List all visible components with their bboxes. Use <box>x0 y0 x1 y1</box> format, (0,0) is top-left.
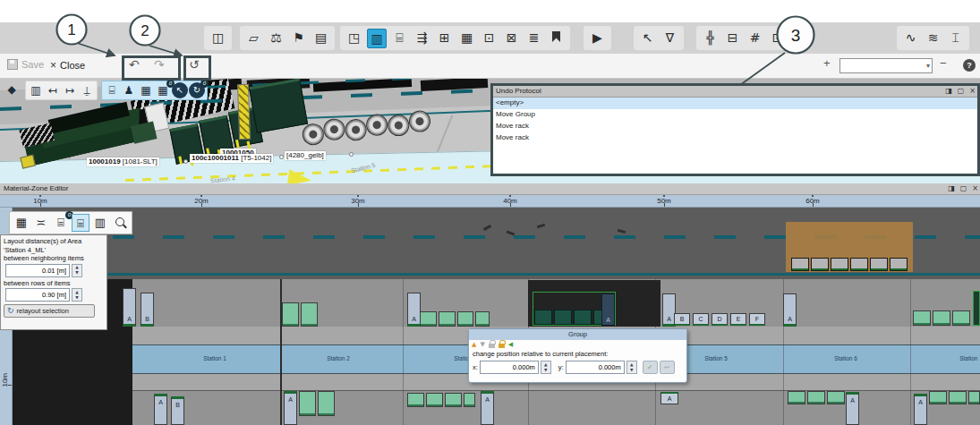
zone-letter-box[interactable]: F <box>749 313 765 326</box>
row-distance-input[interactable] <box>5 288 70 302</box>
rack-block[interactable] <box>475 311 490 327</box>
green-wall-3d[interactable] <box>249 79 308 133</box>
flag-rack-icon[interactable]: ⚑ <box>287 27 310 49</box>
material-zone-icon[interactable]: ▥ <box>367 29 387 48</box>
report-icon[interactable]: ▤ <box>310 27 332 49</box>
conveyor-right-icon[interactable]: ↦ <box>62 82 78 98</box>
rack-tool-icon[interactable]: ⌸ <box>104 82 120 98</box>
relayout-selection-button[interactable]: ↻ relayout selection <box>4 304 95 318</box>
zone-tag[interactable]: A <box>783 293 797 327</box>
y-position-stepper[interactable]: ▲▼ <box>626 361 637 374</box>
worker-icon[interactable]: ♟ <box>121 82 137 98</box>
row-distance-stepper[interactable]: ▲▼ <box>72 288 82 302</box>
zone-tag[interactable]: B <box>141 293 154 327</box>
undo-icon[interactable]: ↶ <box>129 57 140 72</box>
align-nodes-icon[interactable]: ╬ <box>699 27 721 49</box>
frame-select-icon[interactable]: ◳ <box>343 27 365 49</box>
rack-block[interactable] <box>952 310 970 326</box>
vehicles-icon[interactable]: ⇶ <box>411 27 433 49</box>
selected-rack-block[interactable] <box>554 310 572 325</box>
open-project-icon[interactable]: ▱ <box>243 27 265 49</box>
rack-block[interactable] <box>445 393 462 407</box>
object-label-chip[interactable]: 10001019 [1081-SLT] <box>87 157 159 166</box>
rack-block[interactable] <box>929 391 947 404</box>
zoom-combobox[interactable]: ▾ <box>839 58 933 73</box>
grid-cross-icon[interactable]: # <box>744 27 766 49</box>
rack-block[interactable] <box>968 391 980 404</box>
filter-icon[interactable]: ∇ <box>659 27 681 49</box>
zone-tag[interactable]: A <box>846 392 859 425</box>
bookmark-icon[interactable] <box>545 27 567 49</box>
undo-list-item[interactable]: Move rack <box>493 121 977 132</box>
zone-tag[interactable]: A <box>284 391 297 425</box>
pointer-mode-icon[interactable]: ↖ <box>172 82 188 98</box>
close-icon[interactable]: × <box>972 184 978 193</box>
lock-open-icon[interactable] <box>489 344 495 348</box>
selected-zone-tag[interactable]: A <box>601 293 615 326</box>
grid-snap-icon[interactable]: ▦ <box>13 214 30 232</box>
group-dialog-titlebar[interactable]: Group <box>469 329 686 340</box>
x-position-input[interactable] <box>480 361 539 374</box>
lock-closed-icon[interactable] <box>499 344 505 348</box>
rack-block[interactable] <box>827 391 845 404</box>
pipe-tool-icon[interactable]: ⌶ <box>944 27 967 49</box>
y-position-input[interactable] <box>566 361 625 374</box>
zone-tag[interactable]: A <box>123 288 136 327</box>
select-cursor-icon[interactable]: ↖ <box>636 27 659 49</box>
zone-letter-box[interactable]: B <box>674 313 690 326</box>
zone-tag[interactable]: A <box>914 394 927 425</box>
rack-block[interactable] <box>949 391 967 404</box>
rack-block[interactable] <box>420 311 437 327</box>
balance-icon[interactable]: ⚖ <box>265 27 287 49</box>
rack-block[interactable] <box>282 302 299 327</box>
neighbor-distance-stepper[interactable]: ▲▼ <box>72 264 82 277</box>
rack-block[interactable] <box>299 391 316 416</box>
zone-letter-box[interactable]: E <box>730 313 746 326</box>
rack-block[interactable] <box>301 302 318 327</box>
close-button[interactable]: × Close <box>50 59 85 72</box>
rotate-mode-icon[interactable]: ↻0 <box>189 82 205 98</box>
transform-icon[interactable]: ◆ <box>4 81 20 98</box>
maximize-icon[interactable]: ▢ <box>960 184 967 193</box>
zone-letter-box[interactable]: C <box>693 313 709 326</box>
undo-protocol-titlebar[interactable]: Undo Protocol ◨▢× <box>493 86 977 98</box>
undo-list-item[interactable]: Move Group <box>493 109 977 121</box>
anchor-point[interactable] <box>279 155 284 159</box>
dock-icon[interactable]: ◨ <box>948 184 955 193</box>
zone-tag[interactable]: A <box>154 394 167 425</box>
undo-protocol-icon[interactable]: ↺ <box>189 57 200 72</box>
neighbor-distance-input[interactable] <box>5 264 70 277</box>
confirm-button[interactable]: ✔ <box>643 361 658 374</box>
layout-panel-icon[interactable]: ◫ <box>207 27 229 49</box>
selected-rack-block[interactable] <box>574 310 592 325</box>
save-button[interactable]: Save <box>7 59 44 70</box>
machines-icon[interactable]: ⊞ <box>433 27 456 49</box>
material-zone-editor-titlebar[interactable]: Material-Zone Editor ◨▢× <box>0 183 980 195</box>
start-simulation-icon[interactable]: ▶ <box>586 27 609 49</box>
revert-button[interactable]: ↩ <box>660 361 675 374</box>
table-edit-icon[interactable]: ⊠ <box>500 27 523 49</box>
rack-select-icon[interactable]: ⌸ <box>72 214 89 232</box>
coil-stack-3d[interactable] <box>301 107 447 158</box>
rack-icon[interactable]: ▦ <box>456 27 478 49</box>
zone-letter-box[interactable]: A <box>660 392 678 404</box>
rack-block[interactable] <box>407 393 424 407</box>
rack-block[interactable] <box>318 391 335 416</box>
shelf-icon[interactable]: ⌸ <box>388 27 411 49</box>
conveyor-left-icon[interactable]: ↤ <box>45 82 61 98</box>
rack-block[interactable] <box>464 393 475 407</box>
move-up-icon[interactable]: ▲ <box>472 341 476 348</box>
rack-block[interactable] <box>457 311 473 327</box>
grid-zones-icon[interactable]: ▦ <box>138 82 154 98</box>
dock-icon[interactable]: ◨ <box>945 87 952 96</box>
rack-block[interactable] <box>788 391 805 404</box>
layers-icon[interactable]: ▥ <box>91 214 109 232</box>
zone-tag[interactable]: A <box>481 391 494 425</box>
connector-icon[interactable]: ∿ <box>899 27 922 49</box>
object-label-chip[interactable]: [4280_gelb] <box>285 151 326 160</box>
rack-detail-icon[interactable]: ⊡ <box>478 27 500 49</box>
zone-tag[interactable]: A <box>407 293 421 327</box>
zone-tag[interactable]: B <box>171 396 184 425</box>
undo-list-item[interactable]: <empty> <box>493 98 977 109</box>
measure-icon[interactable]: ≍ <box>32 214 50 232</box>
